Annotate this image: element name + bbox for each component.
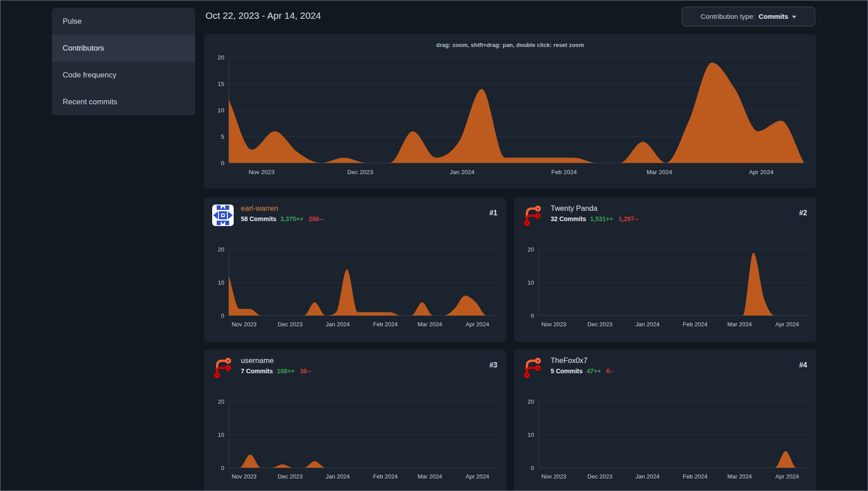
contributor-stats: 7 Commits 108++ 36-- [241, 367, 311, 375]
svg-text:20: 20 [528, 398, 534, 405]
contributor-avatar[interactable] [212, 357, 234, 378]
deletions-count: 36-- [300, 367, 311, 375]
activity-sidebar-nav: Pulse Contributors Code frequency Recent… [52, 8, 195, 115]
svg-text:Dec 2023: Dec 2023 [587, 473, 612, 480]
contributor-name-link[interactable]: Twenty Panda [551, 204, 598, 213]
additions-count: 47++ [586, 367, 601, 375]
svg-text:Apr 2024: Apr 2024 [775, 473, 799, 480]
sidebar-item-contributors[interactable]: Contributors [52, 35, 195, 62]
svg-text:20: 20 [218, 398, 224, 405]
contribution-type-label: Contribution type: [701, 13, 755, 21]
svg-text:Apr 2024: Apr 2024 [775, 321, 799, 328]
svg-text:Jan 2024: Jan 2024 [636, 473, 660, 480]
contribution-type-value: Commits [759, 13, 788, 21]
svg-text:Dec 2023: Dec 2023 [278, 473, 303, 480]
svg-text:Dec 2023: Dec 2023 [347, 169, 373, 175]
app-window: Pulse Contributors Code frequency Recent… [0, 0, 868, 491]
contributor-card: earl-warren 58 Commits 3,375++ 286-- #1 … [204, 197, 506, 342]
svg-text:Jan 2024: Jan 2024 [326, 473, 350, 480]
svg-text:Jan 2024: Jan 2024 [450, 169, 475, 175]
svg-text:20: 20 [218, 246, 224, 253]
contributor-stats: 32 Commits 1,531++ 1,297-- [551, 215, 638, 222]
contributor-stats: 58 Commits 3,375++ 286-- [241, 215, 323, 222]
additions-count: 3,375++ [280, 215, 303, 222]
svg-text:Apr 2024: Apr 2024 [749, 169, 774, 175]
sidebar-item-label: Contributors [63, 44, 104, 53]
svg-text:5: 5 [221, 133, 224, 140]
sidebar-item-label: Code frequency [63, 71, 116, 80]
svg-text:Nov 2023: Nov 2023 [541, 473, 566, 480]
contributor-name-link[interactable]: earl-warren [241, 204, 278, 213]
contributor-rank-badge: #4 [799, 361, 807, 369]
deletions-count: 1,297-- [619, 215, 638, 222]
svg-text:0: 0 [221, 160, 224, 167]
commit-count: 5 Commits [551, 367, 583, 375]
svg-text:20: 20 [218, 54, 224, 61]
deletions-count: 6-- [606, 367, 614, 375]
contributor-area-chart[interactable]: 01020Nov 2023Dec 2023Jan 2024Feb 2024Mar… [514, 388, 816, 491]
svg-text:Mar 2024: Mar 2024 [727, 473, 752, 480]
svg-text:Nov 2023: Nov 2023 [541, 321, 566, 328]
svg-text:Mar 2024: Mar 2024 [418, 321, 442, 328]
contributor-rank-badge: #2 [799, 209, 807, 217]
contributor-rank-badge: #3 [489, 361, 497, 369]
svg-text:Feb 2024: Feb 2024 [373, 321, 398, 328]
sidebar-item-pulse[interactable]: Pulse [52, 8, 195, 35]
svg-text:Dec 2023: Dec 2023 [587, 321, 612, 328]
svg-text:Dec 2023: Dec 2023 [278, 321, 303, 328]
svg-text:Apr 2024: Apr 2024 [466, 473, 489, 480]
sidebar-item-code-frequency[interactable]: Code frequency [52, 62, 195, 89]
svg-text:Mar 2024: Mar 2024 [727, 321, 752, 328]
svg-text:10: 10 [528, 279, 534, 286]
contributor-name-link[interactable]: TheFox0x7 [551, 356, 588, 365]
svg-text:20: 20 [528, 246, 534, 253]
svg-text:Jan 2024: Jan 2024 [636, 321, 660, 328]
svg-text:Mar 2024: Mar 2024 [418, 473, 442, 480]
additions-count: 1,531++ [590, 215, 613, 222]
svg-text:Jan 2024: Jan 2024 [326, 321, 350, 328]
contributor-card: Twenty Panda 32 Commits 1,531++ 1,297-- … [514, 197, 816, 342]
commit-count: 58 Commits [241, 215, 276, 222]
contributor-avatar[interactable] [212, 205, 234, 226]
deletions-count: 286-- [309, 215, 324, 222]
svg-text:10: 10 [528, 431, 534, 438]
overview-area-chart[interactable]: 05101520Nov 2023Dec 2023Jan 2024Feb 2024… [204, 47, 816, 188]
svg-text:0: 0 [221, 465, 224, 471]
chevron-down-icon [792, 16, 796, 18]
svg-text:Feb 2024: Feb 2024 [683, 473, 707, 480]
sidebar-item-label: Recent commits [63, 98, 117, 107]
svg-text:15: 15 [218, 81, 224, 87]
contributor-card: username 7 Commits 108++ 36-- #3 01020No… [204, 350, 506, 491]
svg-text:0: 0 [221, 312, 224, 319]
svg-text:Feb 2024: Feb 2024 [683, 321, 707, 328]
contributor-area-chart[interactable]: 01020Nov 2023Dec 2023Jan 2024Feb 2024Mar… [514, 235, 816, 342]
contributor-name-link[interactable]: username [241, 356, 274, 365]
overview-chart-card: drag: zoom, shift+drag: pan, double clic… [204, 34, 816, 188]
sidebar-item-label: Pulse [63, 17, 82, 26]
additions-count: 108++ [277, 367, 295, 375]
date-range-heading: Oct 22, 2023 - Apr 14, 2024 [205, 10, 321, 21]
svg-text:10: 10 [218, 431, 224, 438]
svg-text:Feb 2024: Feb 2024 [551, 169, 577, 175]
svg-text:0: 0 [531, 312, 534, 319]
commit-count: 32 Commits [551, 215, 586, 222]
contributor-area-chart[interactable]: 01020Nov 2023Dec 2023Jan 2024Feb 2024Mar… [204, 235, 506, 342]
svg-text:Nov 2023: Nov 2023 [231, 321, 257, 328]
contributor-area-chart[interactable]: 01020Nov 2023Dec 2023Jan 2024Feb 2024Mar… [204, 388, 506, 491]
svg-text:Apr 2024: Apr 2024 [466, 321, 489, 328]
svg-text:0: 0 [531, 465, 534, 471]
svg-text:Nov 2023: Nov 2023 [249, 169, 275, 175]
contributor-avatar[interactable] [522, 357, 543, 378]
svg-text:10: 10 [218, 107, 224, 114]
contribution-type-dropdown[interactable]: Contribution type: Commits [682, 7, 815, 26]
contributor-rank-badge: #1 [489, 209, 497, 217]
svg-text:10: 10 [218, 279, 224, 286]
svg-text:Nov 2023: Nov 2023 [231, 473, 257, 480]
svg-text:Mar 2024: Mar 2024 [646, 169, 672, 175]
svg-text:Feb 2024: Feb 2024 [373, 473, 398, 480]
contributor-stats: 5 Commits 47++ 6-- [551, 367, 614, 375]
contributor-avatar[interactable] [522, 205, 543, 226]
commit-count: 7 Commits [241, 367, 273, 375]
contributor-card: TheFox0x7 5 Commits 47++ 6-- #4 01020Nov… [514, 350, 816, 491]
sidebar-item-recent-commits[interactable]: Recent commits [52, 89, 195, 115]
